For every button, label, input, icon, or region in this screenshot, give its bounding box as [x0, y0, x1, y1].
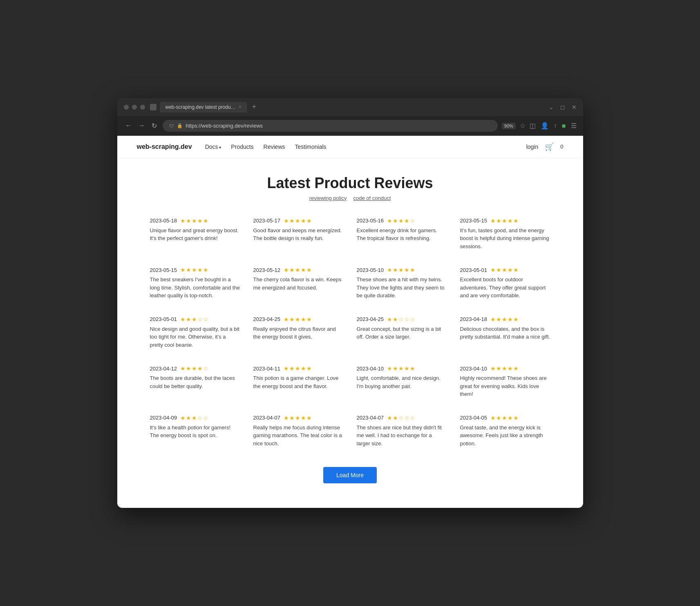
review-meta: 2023-04-09 ★★★☆☆ [150, 415, 240, 421]
window-control-btn[interactable] [140, 105, 145, 110]
nav-link-reviews[interactable]: Reviews [264, 144, 285, 150]
review-stars: ★★★★★ [284, 415, 312, 421]
review-meta: 2023-05-10 ★★★★★ [357, 267, 447, 273]
review-date: 2023-04-07 [357, 415, 384, 421]
close-window-icon[interactable]: ✕ [572, 104, 577, 110]
cart-icon[interactable]: 🛒 [545, 142, 554, 151]
review-card: 2023-05-12 ★★★★★ The cherry cola flavor … [253, 263, 344, 303]
review-date: 2023-05-10 [357, 267, 384, 273]
tab-title: web-scraping.dev latest produ… [165, 104, 236, 110]
restore-icon[interactable]: ◻ [560, 104, 565, 110]
review-meta: 2023-05-18 ★★★★★ [150, 218, 240, 224]
review-text: Delicious chocolates, and the box is pre… [460, 325, 550, 341]
review-text: It's fun, tastes good, and the energy bo… [460, 227, 550, 251]
review-text: The best sneakers I've bought in a long … [150, 276, 240, 300]
review-card: 2023-05-15 ★★★★★ It's fun, tastes good, … [460, 214, 550, 254]
review-date: 2023-05-16 [357, 218, 384, 224]
site-logo[interactable]: web-scraping.dev [137, 143, 192, 150]
browser-tab[interactable]: web-scraping.dev latest produ… × [160, 102, 247, 112]
review-card: 2023-04-25 ★★★★★ Really enjoyed the citr… [253, 313, 344, 352]
address-bar[interactable]: 🛡 🔒 https://web-scraping.dev/reviews [163, 120, 498, 132]
review-stars: ★★★★★ [284, 316, 312, 323]
review-card: 2023-04-07 ★★☆☆☆ The shoes are nice but … [357, 411, 447, 451]
review-stars: ★★★☆☆ [180, 316, 209, 323]
review-text: Highly recommend! These shoes are great … [460, 374, 550, 398]
review-text: Great concept, but the sizing is a bit o… [357, 325, 447, 341]
addon-icon[interactable]: ■ [562, 122, 566, 130]
review-stars: ★★★★★ [490, 267, 519, 273]
back-button[interactable]: ← [124, 120, 134, 131]
review-date: 2023-05-18 [150, 218, 177, 224]
review-text: Nice design and good quality, but a bit … [150, 325, 240, 349]
review-text: The cherry cola flavor is a win. Keeps m… [253, 276, 344, 292]
review-text: Great taste, and the energy kick is awes… [460, 424, 550, 448]
review-meta: 2023-04-10 ★★★★★ [460, 365, 550, 372]
review-stars: ★★★★☆ [387, 218, 416, 224]
review-date: 2023-04-25 [357, 316, 384, 322]
minimize-icon[interactable]: ⌄ [549, 104, 554, 110]
review-stars: ★★★★★ [490, 316, 519, 323]
review-text: Really helps me focus during intense gam… [253, 424, 344, 448]
nav-link-testimonials[interactable]: Testimonials [295, 144, 327, 150]
review-meta: 2023-04-18 ★★★★★ [460, 316, 550, 323]
pocket-icon[interactable]: ◫ [530, 122, 536, 130]
login-link[interactable]: login [526, 144, 539, 150]
review-stars: ★★☆☆☆ [387, 415, 416, 421]
review-card: 2023-04-25 ★★☆☆☆ Great concept, but the … [357, 313, 447, 352]
nav-link-products[interactable]: Products [231, 144, 253, 150]
review-meta: 2023-04-05 ★★★★★ [460, 415, 550, 421]
review-date: 2023-04-05 [460, 415, 488, 421]
review-date: 2023-05-12 [253, 267, 281, 273]
review-stars: ★★☆☆☆ [387, 316, 416, 323]
reload-button[interactable]: ↻ [150, 120, 159, 131]
review-card: 2023-05-10 ★★★★★ These shoes are a hit w… [357, 263, 447, 303]
review-text: Excellent energy drink for gamers. The t… [357, 227, 447, 242]
review-meta: 2023-04-10 ★★★★★ [357, 365, 447, 372]
review-meta: 2023-05-01 ★★★★★ [460, 267, 550, 273]
review-stars: ★★★★★ [387, 267, 416, 273]
load-more-container: Load More [150, 467, 550, 483]
nav-right: login 🛒 0 [526, 142, 564, 151]
account-icon[interactable]: 👤 [541, 122, 549, 130]
review-stars: ★★★★★ [180, 267, 209, 273]
page-subtitle: reviewing policy code of conduct [150, 195, 550, 201]
review-text: Unique flavor and great energy boost. It… [150, 227, 240, 242]
review-date: 2023-05-01 [150, 316, 177, 322]
browser-toolbar-right: ◫ 👤 ↑ ■ ☰ [530, 122, 577, 130]
review-text: Excellent boots for outdoor adventures. … [460, 276, 550, 300]
url-display[interactable]: https://web-scraping.dev/reviews [186, 123, 263, 129]
security-shield-icon: 🛡 [169, 123, 174, 128]
review-card: 2023-04-09 ★★★☆☆ It's like a health poti… [150, 411, 240, 451]
review-card: 2023-04-12 ★★★★☆ The boots are durable, … [150, 362, 240, 402]
review-card: 2023-04-18 ★★★★★ Delicious chocolates, a… [460, 313, 550, 352]
code-of-conduct-link[interactable]: code of conduct [353, 195, 391, 201]
review-date: 2023-04-11 [253, 366, 281, 372]
extensions-icon[interactable]: ↑ [554, 122, 557, 130]
review-text: The boots are durable, but the laces cou… [150, 374, 240, 390]
review-meta: 2023-04-07 ★★☆☆☆ [357, 415, 447, 421]
lock-icon: 🔒 [177, 123, 183, 128]
review-card: 2023-05-17 ★★★★★ Good flavor and keeps m… [253, 214, 344, 254]
nav-link-docs[interactable]: Docs [205, 144, 221, 150]
reviewing-policy-link[interactable]: reviewing policy [309, 195, 347, 201]
review-date: 2023-04-25 [253, 316, 281, 322]
review-meta: 2023-05-01 ★★★☆☆ [150, 316, 240, 323]
zoom-level[interactable]: 90% [502, 123, 516, 129]
address-icons: 90% ☆ [502, 122, 526, 130]
review-card: 2023-04-10 ★★★★★ Highly recommend! These… [460, 362, 550, 402]
review-date: 2023-04-10 [357, 366, 384, 372]
review-card: 2023-04-11 ★★★★★ This potion is a game c… [253, 362, 344, 402]
tab-close-icon[interactable]: × [239, 105, 242, 109]
load-more-button[interactable]: Load More [323, 467, 377, 483]
review-stars: ★★★★★ [284, 218, 312, 224]
forward-button[interactable]: → [137, 120, 147, 131]
review-stars: ★★★★★ [490, 415, 519, 421]
menu-icon[interactable]: ☰ [571, 122, 577, 130]
new-tab-button[interactable]: + [250, 103, 258, 111]
bookmark-icon[interactable]: ☆ [520, 122, 526, 130]
review-stars: ★★★★★ [180, 218, 209, 224]
review-date: 2023-05-15 [150, 267, 177, 273]
window-control-btn[interactable] [132, 105, 137, 110]
window-control-btn[interactable] [124, 105, 129, 110]
review-stars: ★★★★★ [284, 365, 312, 372]
